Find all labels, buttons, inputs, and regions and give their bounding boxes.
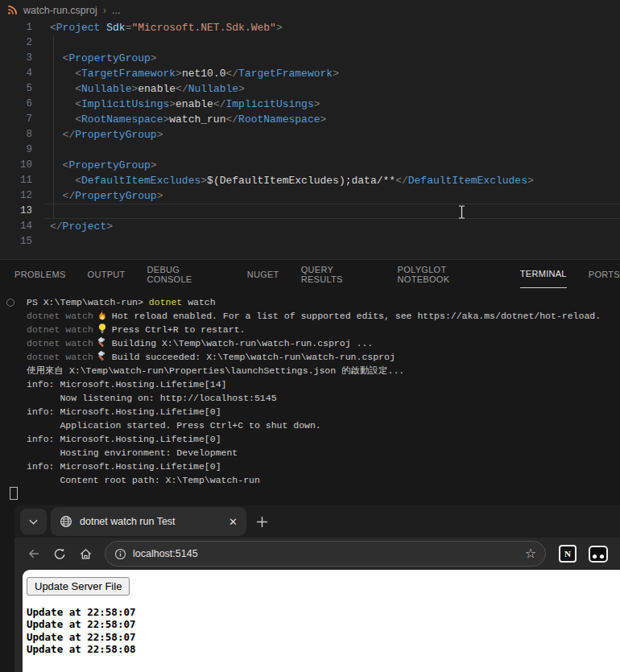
terminal-line: dotnet watchHot reload enabled. For a li… [27, 309, 620, 323]
panel-tab-terminal[interactable]: TERMINAL [520, 260, 567, 288]
code-line[interactable]: 9 [0, 142, 620, 158]
update-line: Update at 22:58:08 [27, 643, 620, 655]
update-line: Update at 22:58:07 [27, 618, 620, 630]
site-info-icon[interactable] [114, 548, 126, 560]
code-line[interactable]: 12 </PropertyGroup> [0, 188, 620, 204]
code-line[interactable]: 4 <TargetFramework>net10.0</TargetFramew… [0, 66, 620, 81]
breadcrumb-file[interactable]: watch-run.csproj [23, 5, 97, 16]
code-text: <TargetFramework>net10.0</TargetFramewor… [50, 66, 339, 81]
line-number: 11 [0, 173, 32, 188]
terminal-line: Application started. Press Ctrl+C to shu… [27, 418, 620, 432]
breadcrumb-separator: › [103, 4, 106, 16]
browser-toolbar: localhost:5145 ☆ N [14, 538, 620, 570]
panel-tab-problems[interactable]: PROBLEMS [14, 260, 66, 288]
terminal-line: info: Microsoft.Hosting.Lifetime[0] [27, 432, 620, 446]
url-bar[interactable]: localhost:5145 ☆ [105, 541, 546, 567]
code-text: </Project> [50, 219, 113, 234]
line-number: 3 [0, 51, 32, 66]
close-tab-icon[interactable]: ✕ [229, 517, 238, 527]
line-number: 1 [0, 20, 32, 35]
line-number: 9 [0, 142, 32, 158]
browser-chrome: localhost:5145 ☆ N Update Server File Up… [14, 538, 620, 672]
bottom-panel: PROBLEMSOUTPUTDEBUG CONSOLENUGETQUERY RE… [0, 259, 620, 499]
code-line[interactable]: 15 [0, 234, 620, 249]
editor-code: 1<Project Sdk="Microsoft.NET.Sdk.Web">23… [0, 20, 620, 249]
mouse-ibeam-cursor [458, 205, 465, 219]
code-line[interactable]: 11 <DefaultItemExcludes>$(DefaultItemExc… [0, 173, 620, 188]
code-line[interactable]: 3 <PropertyGroup> [0, 51, 620, 66]
line-number: 15 [0, 234, 32, 249]
xml-file-icon [7, 5, 18, 15]
code-line[interactable]: 2 [0, 35, 620, 51]
terminal-line: info: Microsoft.Hosting.Lifetime[0] [27, 405, 620, 418]
home-icon [79, 547, 93, 561]
notion-extension-icon[interactable]: N [559, 545, 577, 563]
vscode-window: watch-run.csproj › ... 1<Project Sdk="Mi… [0, 0, 620, 505]
editor[interactable]: 1<Project Sdk="Microsoft.NET.Sdk.Web">23… [0, 20, 620, 259]
web-page: Update Server File Update at 22:58:07Upd… [23, 570, 620, 672]
hammer-emoji [97, 336, 108, 348]
line-number: 8 [0, 127, 32, 142]
panel-tab-ports[interactable]: PORTS [589, 260, 620, 288]
breadcrumb: watch-run.csproj › ... [0, 0, 620, 20]
update-line: Update at 22:58:07 [27, 631, 620, 643]
panel-tabs: PROBLEMSOUTPUTDEBUG CONSOLENUGETQUERY RE… [0, 260, 620, 288]
code-text: </PropertyGroup> [50, 127, 163, 142]
terminal-line: Content root path: X:\Temp\watch-run [27, 473, 620, 487]
code-text: <PropertyGroup> [50, 158, 157, 173]
globe-icon [60, 515, 72, 528]
code-line[interactable]: 13 [0, 204, 620, 219]
back-button[interactable] [22, 546, 46, 561]
terminal-line: info: Microsoft.Hosting.Lifetime[0] [27, 460, 620, 473]
line-number: 10 [0, 158, 32, 173]
update-line: Update at 22:58:07 [27, 606, 620, 618]
back-arrow-icon [27, 546, 41, 561]
panel-tab-output[interactable]: OUTPUT [88, 260, 126, 288]
code-text: </PropertyGroup> [50, 188, 163, 204]
code-text: <Project Sdk="Microsoft.NET.Sdk.Web"> [50, 20, 283, 35]
panel-tab-nuget[interactable]: NUGET [247, 260, 279, 288]
code-line[interactable]: 6 <ImplicitUsings>enable</ImplicitUsings… [0, 97, 620, 112]
extension-dots-icon[interactable] [589, 546, 608, 563]
code-line[interactable]: 8 </PropertyGroup> [0, 127, 620, 142]
terminal-cursor [10, 487, 18, 500]
terminal-line: dotnet watchPress Ctrl+R to restart. [27, 323, 620, 336]
panel-tab-debug-console[interactable]: DEBUG CONSOLE [147, 260, 225, 288]
url-text[interactable]: localhost:5145 [133, 548, 519, 559]
breadcrumb-more[interactable]: ... [112, 5, 120, 16]
terminal-line [27, 487, 620, 501]
code-line[interactable]: 5 <Nullable>enable</Nullable> [0, 81, 620, 97]
terminal-line: Hosting environment: Development [27, 446, 620, 460]
code-text: <Nullable>enable</Nullable> [50, 81, 245, 97]
browser-window: dotnet watch run Test ✕ [14, 505, 620, 672]
code-text: <RootNamespace>watch_run</RootNamespace> [50, 112, 326, 127]
tab-list-button[interactable] [20, 509, 47, 534]
reload-button[interactable] [48, 547, 72, 561]
home-button[interactable] [73, 547, 97, 561]
hammer-emoji [97, 350, 108, 361]
new-tab-button[interactable] [255, 515, 269, 529]
code-text: <ImplicitUsings>enable</ImplicitUsings> [50, 97, 320, 112]
panel-tab-polyglot-notebook[interactable]: POLYGLOT NOTEBOOK [398, 260, 498, 288]
bookmark-star-icon[interactable]: ☆ [525, 547, 536, 560]
line-number: 2 [0, 35, 32, 51]
code-line[interactable]: 1<Project Sdk="Microsoft.NET.Sdk.Web"> [0, 20, 620, 35]
panel-tab-query-results[interactable]: QUERY RESULTS [301, 260, 376, 288]
reload-icon [53, 547, 67, 561]
terminal-line: Now listening on: http://localhost:5145 [27, 391, 620, 405]
code-line[interactable]: 10 <PropertyGroup> [0, 158, 620, 173]
line-number: 6 [0, 97, 32, 112]
update-server-file-button[interactable]: Update Server File [27, 577, 130, 596]
line-number: 7 [0, 112, 32, 127]
terminal-line: PS X:\Temp\watch-run> dotnet watch [27, 295, 620, 309]
terminal[interactable]: PS X:\Temp\watch-run> dotnet watchdotnet… [0, 288, 620, 499]
command-decoration-icon [6, 299, 14, 307]
code-text: <DefaultItemExcludes>$(DefaultItemExclud… [50, 173, 534, 188]
browser-tab[interactable]: dotnet watch run Test ✕ [51, 507, 246, 536]
code-line[interactable]: 14</Project> [0, 219, 620, 234]
code-line[interactable]: 7 <RootNamespace>watch_run</RootNamespac… [0, 112, 620, 127]
line-number: 4 [0, 66, 32, 81]
plus-icon [255, 515, 269, 529]
bulb-emoji [97, 323, 108, 334]
terminal-line: info: Microsoft.Hosting.Lifetime[14] [27, 377, 620, 391]
